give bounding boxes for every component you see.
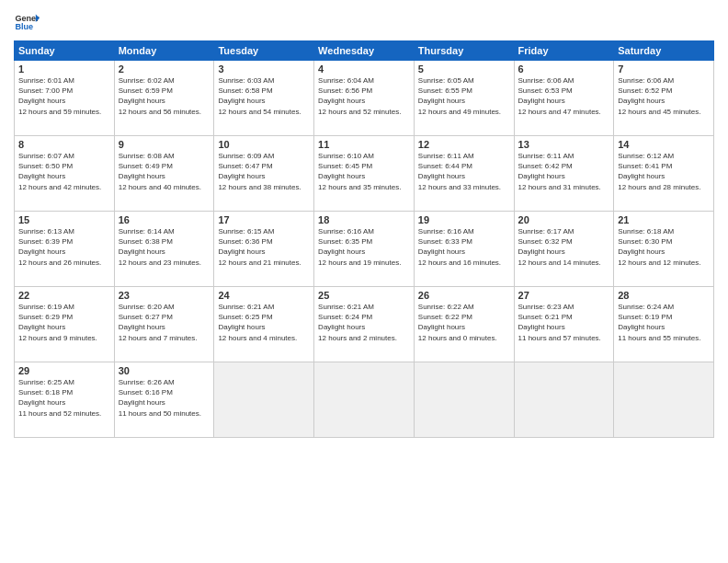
day-number: 25: [318, 290, 410, 301]
day-number: 30: [119, 365, 210, 376]
day-info: Sunrise: 6:21 AMSunset: 6:24 PMDaylight …: [318, 303, 397, 342]
day-info: Sunrise: 6:24 AMSunset: 6:19 PMDaylight …: [618, 303, 700, 342]
calendar-page: General Blue SundayMondayTuesdayWednesda…: [0, 0, 728, 563]
day-info: Sunrise: 6:04 AMSunset: 6:56 PMDaylight …: [318, 76, 401, 116]
weekday-header-sunday: Sunday: [15, 41, 115, 61]
day-number: 13: [518, 139, 610, 150]
day-info: Sunrise: 6:17 AMSunset: 6:32 PMDaylight …: [518, 227, 601, 267]
day-info: Sunrise: 6:02 AMSunset: 6:59 PMDaylight …: [119, 76, 201, 116]
calendar-cell: 3 Sunrise: 6:03 AMSunset: 6:58 PMDayligh…: [214, 61, 314, 136]
day-number: 19: [418, 214, 510, 225]
day-info: Sunrise: 6:22 AMSunset: 6:22 PMDaylight …: [418, 303, 497, 342]
day-number: 26: [418, 290, 510, 301]
calendar-cell: 16 Sunrise: 6:14 AMSunset: 6:38 PMDaylig…: [114, 212, 214, 287]
day-info: Sunrise: 6:06 AMSunset: 6:53 PMDaylight …: [518, 76, 601, 116]
day-info: Sunrise: 6:01 AMSunset: 7:00 PMDaylight …: [18, 76, 101, 116]
day-info: Sunrise: 6:16 AMSunset: 6:35 PMDaylight …: [318, 227, 401, 267]
day-info: Sunrise: 6:14 AMSunset: 6:38 PMDaylight …: [119, 227, 201, 267]
day-number: 21: [618, 214, 710, 225]
day-info: Sunrise: 6:19 AMSunset: 6:29 PMDaylight …: [18, 303, 97, 342]
calendar-cell: 5 Sunrise: 6:05 AMSunset: 6:55 PMDayligh…: [414, 61, 514, 136]
calendar-cell: 22 Sunrise: 6:19 AMSunset: 6:29 PMDaylig…: [15, 287, 115, 362]
weekday-header-friday: Friday: [514, 41, 614, 61]
day-number: 23: [119, 290, 210, 301]
day-number: 9: [119, 139, 210, 150]
day-number: 20: [518, 214, 610, 225]
calendar-cell: 17 Sunrise: 6:15 AMSunset: 6:36 PMDaylig…: [214, 212, 314, 287]
calendar-cell: 10 Sunrise: 6:09 AMSunset: 6:47 PMDaylig…: [214, 136, 314, 212]
calendar-cell: [314, 362, 415, 438]
day-number: 4: [318, 63, 410, 75]
calendar-cell: 24 Sunrise: 6:21 AMSunset: 6:25 PMDaylig…: [214, 287, 314, 362]
calendar-cell: 28 Sunrise: 6:24 AMSunset: 6:19 PMDaylig…: [614, 287, 714, 362]
day-number: 6: [518, 63, 610, 75]
weekday-header-wednesday: Wednesday: [314, 41, 415, 61]
calendar-table: SundayMondayTuesdayWednesdayThursdayFrid…: [14, 40, 714, 438]
day-number: 12: [418, 139, 510, 150]
day-number: 5: [418, 63, 510, 75]
day-info: Sunrise: 6:13 AMSunset: 6:39 PMDaylight …: [18, 227, 101, 267]
day-number: 18: [318, 214, 410, 225]
day-info: Sunrise: 6:11 AMSunset: 6:44 PMDaylight …: [418, 152, 501, 191]
calendar-cell: 26 Sunrise: 6:22 AMSunset: 6:22 PMDaylig…: [414, 287, 514, 362]
calendar-cell: 13 Sunrise: 6:11 AMSunset: 6:42 PMDaylig…: [514, 136, 614, 212]
calendar-cell: 25 Sunrise: 6:21 AMSunset: 6:24 PMDaylig…: [314, 287, 415, 362]
calendar-cell: [214, 362, 314, 438]
day-number: 8: [18, 139, 110, 150]
day-info: Sunrise: 6:06 AMSunset: 6:52 PMDaylight …: [618, 76, 700, 116]
day-number: 28: [618, 290, 710, 301]
day-info: Sunrise: 6:08 AMSunset: 6:49 PMDaylight …: [119, 152, 201, 191]
day-info: Sunrise: 6:09 AMSunset: 6:47 PMDaylight …: [218, 152, 301, 191]
calendar-cell: 9 Sunrise: 6:08 AMSunset: 6:49 PMDayligh…: [114, 136, 214, 212]
calendar-cell: 14 Sunrise: 6:12 AMSunset: 6:41 PMDaylig…: [614, 136, 714, 212]
calendar-cell: 2 Sunrise: 6:02 AMSunset: 6:59 PMDayligh…: [114, 61, 214, 136]
calendar-cell: 29 Sunrise: 6:25 AMSunset: 6:18 PMDaylig…: [15, 362, 115, 438]
calendar-cell: 21 Sunrise: 6:18 AMSunset: 6:30 PMDaylig…: [614, 212, 714, 287]
day-number: 3: [218, 63, 310, 75]
svg-text:Blue: Blue: [15, 22, 33, 31]
day-info: Sunrise: 6:07 AMSunset: 6:50 PMDaylight …: [18, 152, 101, 191]
day-number: 27: [518, 290, 610, 301]
day-info: Sunrise: 6:26 AMSunset: 6:16 PMDaylight …: [119, 378, 201, 418]
weekday-header-saturday: Saturday: [614, 41, 714, 61]
day-info: Sunrise: 6:20 AMSunset: 6:27 PMDaylight …: [119, 303, 198, 342]
calendar-cell: 30 Sunrise: 6:26 AMSunset: 6:16 PMDaylig…: [114, 362, 214, 438]
calendar-cell: [514, 362, 614, 438]
calendar-cell: 27 Sunrise: 6:23 AMSunset: 6:21 PMDaylig…: [514, 287, 614, 362]
day-number: 14: [618, 139, 710, 150]
day-number: 24: [218, 290, 310, 301]
calendar-cell: 20 Sunrise: 6:17 AMSunset: 6:32 PMDaylig…: [514, 212, 614, 287]
calendar-cell: 11 Sunrise: 6:10 AMSunset: 6:45 PMDaylig…: [314, 136, 415, 212]
day-info: Sunrise: 6:05 AMSunset: 6:55 PMDaylight …: [418, 76, 501, 116]
day-number: 17: [218, 214, 310, 225]
calendar-cell: [414, 362, 514, 438]
day-number: 22: [18, 290, 110, 301]
calendar-cell: 4 Sunrise: 6:04 AMSunset: 6:56 PMDayligh…: [314, 61, 415, 136]
day-info: Sunrise: 6:21 AMSunset: 6:25 PMDaylight …: [218, 303, 297, 342]
day-info: Sunrise: 6:18 AMSunset: 6:30 PMDaylight …: [618, 227, 700, 267]
day-number: 29: [18, 365, 110, 376]
weekday-header-tuesday: Tuesday: [214, 41, 314, 61]
day-number: 11: [318, 139, 410, 150]
calendar-cell: 6 Sunrise: 6:06 AMSunset: 6:53 PMDayligh…: [514, 61, 614, 136]
day-info: Sunrise: 6:12 AMSunset: 6:41 PMDaylight …: [618, 152, 700, 191]
day-number: 7: [618, 63, 710, 75]
calendar-cell: 12 Sunrise: 6:11 AMSunset: 6:44 PMDaylig…: [414, 136, 514, 212]
day-number: 16: [119, 214, 210, 225]
calendar-cell: 23 Sunrise: 6:20 AMSunset: 6:27 PMDaylig…: [114, 287, 214, 362]
day-number: 10: [218, 139, 310, 150]
weekday-header-thursday: Thursday: [414, 41, 514, 61]
calendar-cell: [614, 362, 714, 438]
day-number: 15: [18, 214, 110, 225]
calendar-cell: 8 Sunrise: 6:07 AMSunset: 6:50 PMDayligh…: [15, 136, 115, 212]
day-info: Sunrise: 6:23 AMSunset: 6:21 PMDaylight …: [518, 303, 601, 342]
day-info: Sunrise: 6:16 AMSunset: 6:33 PMDaylight …: [418, 227, 501, 267]
day-number: 2: [119, 63, 210, 75]
day-info: Sunrise: 6:11 AMSunset: 6:42 PMDaylight …: [518, 152, 601, 191]
day-info: Sunrise: 6:10 AMSunset: 6:45 PMDaylight …: [318, 152, 401, 191]
calendar-cell: 7 Sunrise: 6:06 AMSunset: 6:52 PMDayligh…: [614, 61, 714, 136]
day-info: Sunrise: 6:03 AMSunset: 6:58 PMDaylight …: [218, 76, 301, 116]
logo: General Blue: [14, 9, 40, 35]
day-info: Sunrise: 6:15 AMSunset: 6:36 PMDaylight …: [218, 227, 301, 267]
day-info: Sunrise: 6:25 AMSunset: 6:18 PMDaylight …: [18, 378, 101, 418]
